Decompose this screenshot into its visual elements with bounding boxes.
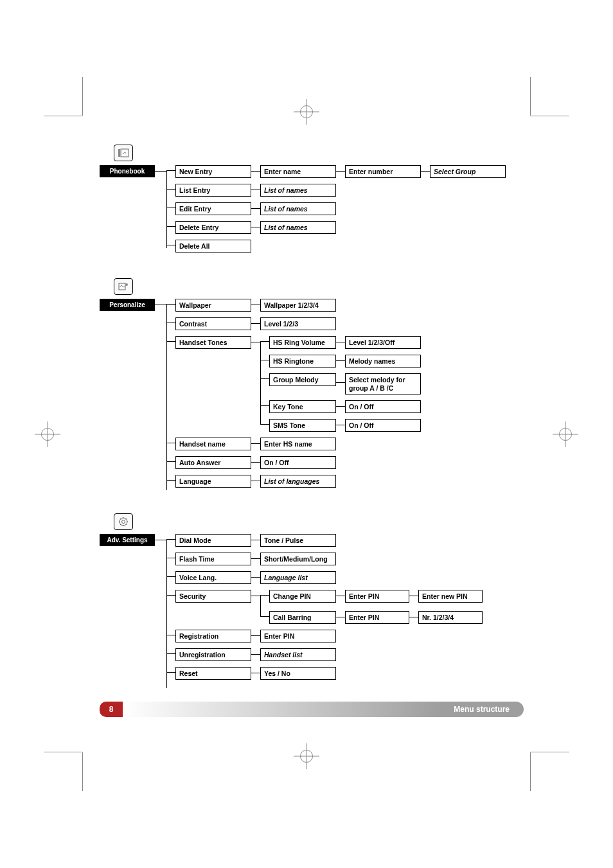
crop-mark xyxy=(44,116,82,116)
section-personalize: Personalize Wallpaper Wallpaper 1/2/3/4 xyxy=(100,278,524,488)
footer-spacer xyxy=(123,702,440,717)
crop-mark xyxy=(531,116,569,116)
menu-node: Handset Tones xyxy=(175,336,251,349)
connector xyxy=(409,596,418,596)
connector xyxy=(166,438,175,443)
connector xyxy=(251,540,260,540)
connector xyxy=(336,360,345,361)
connector xyxy=(260,400,269,406)
menu-node: Enter HS name xyxy=(260,438,336,450)
menu-node: Contrast xyxy=(175,317,251,330)
menu-node: Nr. 1/2/3/4 xyxy=(418,611,483,624)
menu-node: List of names xyxy=(260,184,336,197)
menu-node: Language list xyxy=(260,571,336,584)
menu-node: Key Tone xyxy=(269,400,336,413)
menu-node: List of names xyxy=(260,221,336,234)
menu-node: On / Off xyxy=(345,400,421,413)
connector xyxy=(166,648,175,654)
connector xyxy=(336,596,345,596)
connector xyxy=(166,184,175,190)
menu-node: Security xyxy=(175,590,251,603)
footer-title: Menu structure xyxy=(440,702,524,717)
connector xyxy=(260,355,269,360)
svg-point-3 xyxy=(125,283,128,286)
menu-node: HS Ring Volume xyxy=(269,336,336,349)
menu-node: Voice Lang. xyxy=(175,571,251,584)
registration-mark-icon xyxy=(39,425,57,443)
connector xyxy=(336,171,345,172)
connector xyxy=(251,342,260,342)
connector xyxy=(251,462,260,463)
menu-node: Reset xyxy=(175,667,251,680)
crop-mark xyxy=(531,752,569,752)
menu-node: Dial Mode xyxy=(175,534,251,547)
menu-node: Level 1/2/3 xyxy=(260,317,336,330)
connector xyxy=(166,240,175,245)
menu-node: Flash Time xyxy=(175,553,251,565)
menu-node: Group Melody xyxy=(269,373,336,386)
menu-node: Melody names xyxy=(345,355,421,368)
connector xyxy=(166,299,175,305)
connector xyxy=(166,336,175,342)
menu-node: Yes / No xyxy=(260,667,336,680)
menu-node: Auto Answer xyxy=(175,456,251,469)
crop-mark xyxy=(82,752,83,791)
personalize-icon xyxy=(114,278,133,295)
root-personalize: Personalize xyxy=(100,299,155,311)
connector xyxy=(166,553,175,558)
menu-node: Select Group xyxy=(430,165,506,178)
connector xyxy=(251,673,260,673)
connector xyxy=(166,171,167,248)
menu-node: Handset list xyxy=(260,648,336,661)
menu-node: On / Off xyxy=(260,456,336,469)
connector xyxy=(166,202,175,208)
connector xyxy=(251,558,260,559)
phonebook-icon xyxy=(114,145,133,161)
connector xyxy=(166,534,175,540)
registration-mark-icon xyxy=(556,425,574,443)
connector xyxy=(166,305,167,490)
connector xyxy=(336,406,345,407)
connector xyxy=(166,667,175,673)
connector xyxy=(260,590,269,596)
menu-node: Enter PIN xyxy=(345,590,409,603)
connector xyxy=(260,342,261,424)
svg-point-5 xyxy=(122,520,125,524)
menu-node: List Entry xyxy=(175,184,251,197)
connector xyxy=(260,611,269,617)
registration-mark-icon xyxy=(298,103,315,121)
section-phonebook: Phonebook New Entry Enter name Enter num… xyxy=(100,145,524,252)
connector xyxy=(166,571,175,577)
menu-node: Select melody for group A / B /C xyxy=(345,373,421,394)
svg-rect-1 xyxy=(121,149,129,157)
connector xyxy=(409,617,418,617)
connector xyxy=(166,456,175,462)
menu-node: Call Barring xyxy=(269,611,336,624)
connector xyxy=(336,425,345,425)
connector xyxy=(155,305,166,305)
connector xyxy=(251,323,260,324)
menu-node: Enter new PIN xyxy=(418,590,483,603)
menu-node: Wallpaper 1/2/3/4 xyxy=(260,299,336,312)
registration-mark-icon xyxy=(298,747,315,765)
menu-node: Delete All xyxy=(175,240,251,252)
connector xyxy=(421,171,430,172)
connector xyxy=(166,221,175,227)
connector xyxy=(251,171,260,172)
menu-node: New Entry xyxy=(175,165,251,178)
svg-rect-0 xyxy=(118,149,120,157)
page-number: 8 xyxy=(100,702,123,717)
advsettings-icon xyxy=(114,513,133,530)
connector xyxy=(251,596,260,596)
menu-node: Tone / Pulse xyxy=(260,534,336,547)
connector xyxy=(251,208,260,209)
crop-mark xyxy=(82,77,83,116)
connector xyxy=(251,190,260,190)
connector xyxy=(166,540,167,688)
menu-node: List of languages xyxy=(260,475,336,488)
connector xyxy=(251,481,260,481)
connector xyxy=(166,475,175,481)
connector xyxy=(260,596,261,617)
menu-node: Wallpaper xyxy=(175,299,251,312)
menu-node: Language xyxy=(175,475,251,488)
